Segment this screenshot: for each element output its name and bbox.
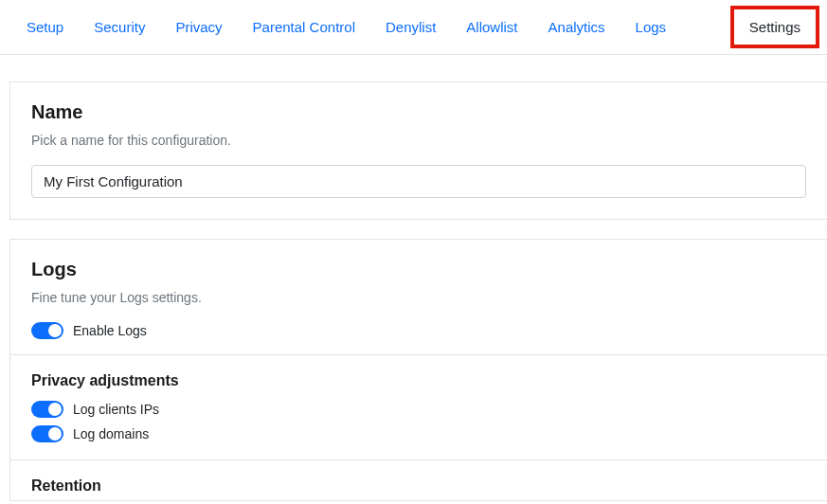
log-domains-label: Log domains: [73, 426, 149, 441]
log-domains-row: Log domains: [31, 425, 806, 442]
log-domains-toggle[interactable]: [31, 425, 63, 442]
logs-title: Logs: [31, 259, 806, 280]
enable-logs-label: Enable Logs: [73, 323, 147, 338]
tab-denylist[interactable]: Denylist: [386, 19, 436, 35]
log-clients-ips-row: Log clients IPs: [31, 401, 806, 418]
tab-parental-control[interactable]: Parental Control: [253, 19, 355, 35]
enable-logs-row: Enable Logs: [31, 322, 806, 339]
tab-settings[interactable]: Settings: [730, 6, 819, 48]
retention-section: Retention: [10, 459, 827, 500]
tab-logs[interactable]: Logs: [636, 19, 667, 35]
logs-section: Logs Fine tune your Logs settings. Enabl…: [10, 240, 827, 354]
configuration-name-input[interactable]: [31, 165, 806, 198]
privacy-adjustments-title: Privacy adjustments: [31, 372, 806, 389]
logs-panel: Logs Fine tune your Logs settings. Enabl…: [9, 239, 827, 501]
tab-security[interactable]: Security: [94, 19, 145, 35]
name-title: Name: [31, 101, 806, 123]
enable-logs-toggle[interactable]: [31, 322, 63, 339]
logs-desc: Fine tune your Logs settings.: [31, 290, 806, 305]
log-clients-ips-toggle[interactable]: [31, 401, 63, 418]
privacy-adjustments-section: Privacy adjustments Log clients IPs Log …: [10, 354, 827, 459]
tab-analytics[interactable]: Analytics: [548, 19, 605, 35]
name-section: Name Pick a name for this configuration.: [10, 82, 827, 219]
tab-setup[interactable]: Setup: [27, 19, 63, 35]
name-panel: Name Pick a name for this configuration.: [9, 81, 827, 220]
retention-title: Retention: [31, 477, 806, 495]
log-clients-ips-label: Log clients IPs: [73, 402, 159, 417]
tab-settings-label: Settings: [749, 19, 800, 35]
tab-privacy[interactable]: Privacy: [175, 19, 222, 35]
tab-allowlist[interactable]: Allowlist: [466, 19, 517, 35]
name-desc: Pick a name for this configuration.: [31, 133, 806, 148]
tab-bar: Setup Security Privacy Parental Control …: [0, 0, 827, 55]
